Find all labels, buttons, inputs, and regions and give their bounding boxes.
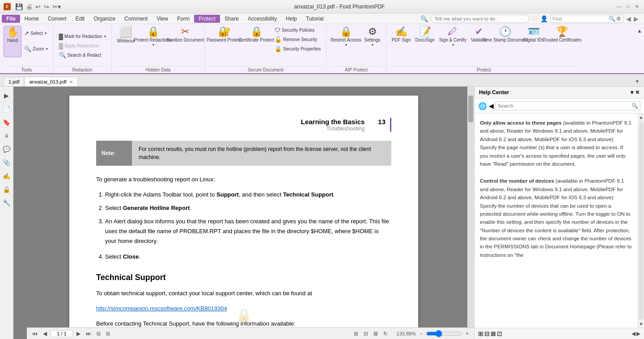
password-protect-btn[interactable]: 🔐 Password Protect: [208, 26, 240, 57]
menu-file[interactable]: File: [2, 15, 20, 23]
tab-scroll-btn[interactable]: ▾: [634, 76, 640, 86]
menu-share[interactable]: Share: [220, 15, 243, 23]
help-scrollbar[interactable]: ▲ ▼: [638, 113, 644, 328]
help-view-btn1[interactable]: ⊞: [478, 330, 483, 337]
find-search-icon[interactable]: 🔍: [609, 16, 615, 22]
maximize-btn[interactable]: □: [624, 3, 631, 10]
sidebar-bookmarks-icon[interactable]: 🔖: [1, 117, 12, 128]
doc-scroll[interactable]: 🔒 anxz.com Learning the Basics Troublesh…: [13, 87, 474, 327]
pdf-sign-btn[interactable]: ✍ PDF Sign: [390, 26, 413, 57]
fit-width-btn[interactable]: ⊟: [362, 330, 370, 338]
next-page-btn[interactable]: ▶: [75, 330, 82, 338]
ribbon-collapse-btn[interactable]: ▲: [635, 26, 644, 73]
remove-security-btn[interactable]: 🔓 Remove Security: [273, 35, 322, 44]
help-close-btn[interactable]: ✕: [635, 89, 640, 96]
fit-page-btn[interactable]: ⊞: [352, 330, 360, 338]
sidebar-security-icon[interactable]: 🔒: [1, 184, 12, 195]
sidebar-tools-icon[interactable]: 🔧: [1, 197, 12, 208]
help-back-btn[interactable]: ◀: [489, 102, 494, 109]
menu-accessibility[interactable]: Accessibility: [243, 15, 281, 23]
zoom-out-btn[interactable]: −: [418, 330, 424, 338]
menu-home[interactable]: Home: [20, 15, 43, 23]
undo-btn[interactable]: ↩: [34, 2, 42, 11]
help-scroll-thumb[interactable]: [639, 122, 644, 319]
redo-btn[interactable]: ↪: [43, 2, 50, 11]
tab-1pdf[interactable]: 1.pdf: [4, 77, 24, 86]
menu-protect[interactable]: Protect: [194, 15, 220, 23]
search-redact-btn[interactable]: 🔍 Search & Redact: [57, 51, 103, 59]
sidebar-layers-icon[interactable]: ≡: [1, 130, 12, 141]
apply-redactions-btn[interactable]: ▓ Apply Redactions: [57, 42, 101, 50]
restrict-access-btn[interactable]: 🔒 Restrict Access ▾: [330, 26, 361, 57]
sidebar-signatures-icon[interactable]: ✍: [1, 171, 12, 181]
help-search-box[interactable]: 🔍: [496, 101, 640, 110]
save-btn[interactable]: 💾: [14, 2, 24, 11]
sidebar-expand-btn[interactable]: ▶: [1, 90, 12, 101]
help-view-btn2[interactable]: ⊟: [484, 330, 490, 337]
page-view-btn2[interactable]: ⧉: [104, 330, 112, 338]
sanitize-btn[interactable]: ✂ Sanitize Document: [169, 26, 201, 57]
last-page-btn[interactable]: ⏭: [84, 330, 93, 338]
nav-forward-icon[interactable]: ▶: [634, 15, 639, 22]
help-scroll-up[interactable]: ▲: [638, 113, 644, 121]
minimize-btn[interactable]: —: [615, 3, 623, 10]
menu-comment[interactable]: Comment: [120, 15, 152, 23]
sign-certify-btn[interactable]: 🖊 Sign & Certify ▾: [437, 26, 468, 57]
sidebar-comments-icon[interactable]: 💬: [1, 144, 12, 155]
page-view-btn1[interactable]: ⧉: [95, 330, 102, 338]
select-btn[interactable]: ↗ Select ▾: [22, 26, 50, 40]
tab-close-btn[interactable]: ✕: [69, 80, 73, 84]
nav-back-icon[interactable]: ◀: [626, 15, 631, 22]
support-link[interactable]: http://simcompanion.mscsoftware.com/KB80…: [96, 305, 227, 312]
scroll-thumb[interactable]: [468, 96, 473, 122]
prev-page-btn[interactable]: ◀: [41, 330, 49, 338]
print-btn[interactable]: 🖨: [25, 2, 33, 11]
menu-help[interactable]: Help: [281, 15, 301, 23]
docusign-btn[interactable]: 📝 DocuSign: [413, 26, 436, 57]
help-globe-icon[interactable]: 🌐: [478, 102, 487, 110]
page-input[interactable]: [51, 330, 73, 337]
find-input[interactable]: [563, 16, 608, 21]
help-scroll-down[interactable]: ▼: [638, 320, 644, 328]
help-prev-btn[interactable]: ◀: [631, 331, 636, 337]
zoom-btn[interactable]: 🔍 Zoom ▾: [22, 42, 50, 56]
help-view-btn4[interactable]: ⊡: [497, 330, 502, 337]
tell-me-input[interactable]: [435, 16, 525, 21]
fit-height-btn[interactable]: ⊠: [372, 330, 380, 338]
close-btn[interactable]: ✕: [633, 3, 640, 10]
security-policies-btn[interactable]: 🛡 Security Policies: [273, 26, 322, 34]
sidebar-pages-icon[interactable]: 📄: [1, 104, 12, 114]
zoom-slider[interactable]: [426, 330, 462, 337]
account-icon[interactable]: 👤: [540, 15, 548, 22]
sidebar-attachments-icon[interactable]: 📎: [1, 157, 12, 168]
customize-btn[interactable]: ✂▾: [51, 2, 62, 11]
digital-ids-btn[interactable]: 🪪 Digital IDs: [521, 26, 546, 57]
find-settings-icon[interactable]: ⚙: [616, 16, 621, 22]
find-bar[interactable]: Find 🔍 ⚙: [551, 15, 623, 23]
help-down-arrow[interactable]: ▾: [631, 89, 633, 96]
protect-redactions-btn[interactable]: 🔒 Protect Redactions ▾: [137, 26, 169, 57]
rotate-btn[interactable]: ↻: [381, 330, 390, 338]
menu-tutorial[interactable]: Tutorial: [301, 15, 328, 23]
doc-scrollbar[interactable]: [467, 87, 474, 327]
help-view-btn3[interactable]: ⊠: [491, 330, 496, 337]
tell-me-search[interactable]: [431, 15, 529, 23]
certificate-protect-btn[interactable]: 🔒 Certificate Protect: [241, 26, 272, 57]
help-search-icon[interactable]: 🔍: [631, 103, 638, 109]
menu-form[interactable]: Form: [173, 15, 194, 23]
first-page-btn[interactable]: ⏮: [30, 330, 39, 338]
trusted-certs-btn[interactable]: 🏆 Trusted Certificates: [547, 26, 578, 57]
help-next-btn[interactable]: ▶: [636, 331, 640, 337]
help-search-input[interactable]: [498, 103, 631, 109]
tab-anxaizai[interactable]: anxaizai_013.pdf ✕: [24, 77, 77, 86]
hand-tool-btn[interactable]: ✋ Hand: [4, 26, 21, 57]
menu-organize[interactable]: Organize: [89, 15, 120, 23]
zoom-in-btn[interactable]: +: [464, 330, 470, 338]
menu-view[interactable]: View: [152, 15, 173, 23]
aip-settings-btn[interactable]: ⚙ Settings ▾: [362, 26, 382, 57]
security-properties-btn[interactable]: 🔒 Security Properties: [273, 45, 322, 53]
timestamp-btn[interactable]: 🕐 Time Stamp Document: [489, 26, 521, 57]
whiteout-btn[interactable]: ⬜ Whiteout: [115, 26, 136, 57]
mark-redaction-btn[interactable]: ▓ Mark for Redaction ▾: [57, 32, 108, 41]
menu-convert[interactable]: Convert: [43, 15, 71, 23]
